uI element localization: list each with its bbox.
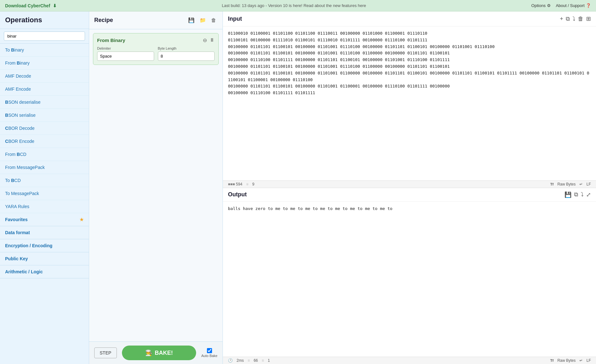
sidebar-section-favourites[interactable]: Favourites ★ xyxy=(0,213,89,226)
output-statusbar-right: Tf Raw Bytes ↵ LF xyxy=(550,358,591,363)
sidebar-item-amf-encode[interactable]: AMF Encode xyxy=(0,83,89,96)
output-expand-icon[interactable]: ⤢ xyxy=(586,191,591,198)
delimiter-input[interactable] xyxy=(97,52,154,61)
sidebar-item-label: To Binary xyxy=(5,47,24,52)
sidebar-item-label: CBOR Decode xyxy=(5,126,35,131)
input-import-icon[interactable]: ⤵ xyxy=(572,16,575,22)
output-replace-icon[interactable]: ⤵ xyxy=(581,191,584,198)
output-line-ending[interactable]: LF xyxy=(586,358,591,363)
save-recipe-button[interactable]: 💾 xyxy=(187,16,196,24)
sidebar-item-to-binary[interactable]: To Binary xyxy=(0,44,89,57)
input-statusbar-right: Tf Raw Bytes ↵ LF xyxy=(550,182,591,186)
topbar-right: Options ⚙ About / Support ❓ xyxy=(531,3,591,8)
sidebar-item-from-bcd[interactable]: From BCD xyxy=(0,148,89,161)
sidebar-item-from-binary[interactable]: From Binary xyxy=(0,57,89,70)
sidebar-item-to-messagepack[interactable]: To MessagePack xyxy=(0,187,89,200)
disable-step-icon[interactable]: ⊖ xyxy=(203,37,207,43)
sidebar-item-yara-rules[interactable]: YARA Rules xyxy=(0,200,89,213)
about-link[interactable]: About / Support ❓ xyxy=(556,3,591,8)
favourites-label: Favourites xyxy=(5,217,28,222)
bake-button[interactable]: 👨‍🍳 BAKE! xyxy=(122,346,196,360)
bake-label: BAKE! xyxy=(155,350,173,356)
sidebar-item-amf-decode[interactable]: AMF Decode xyxy=(0,70,89,83)
sidebar-title: Operations xyxy=(0,11,89,29)
recipe-title: Recipe xyxy=(94,17,113,24)
output-text-format-icon: Tf xyxy=(550,359,553,362)
step-button[interactable]: STEP xyxy=(94,347,117,358)
output-header: Output 💾 ⧉ ⤵ ⤢ xyxy=(223,188,596,202)
options-link[interactable]: Options ⚙ xyxy=(531,3,551,8)
auto-bake-label: Auto Bake xyxy=(201,354,217,358)
sidebar-item-label: To MessagePack xyxy=(5,191,39,196)
sidebar-item-label: AMF Decode xyxy=(5,74,31,79)
input-line-ending-arrow: ↵ xyxy=(579,182,583,186)
output-format[interactable]: Raw Bytes xyxy=(557,358,576,363)
search-input[interactable] xyxy=(4,32,85,41)
topbar-left: Download CyberChef ⬇ xyxy=(5,3,57,8)
sidebar-item-label: BSON deserialise xyxy=(5,100,40,105)
arithmetic-logic-label: Arithmetic / Logic xyxy=(5,269,43,274)
input-statusbar: ■■■ 594 ≡ 9 Tf Raw Bytes ↵ LF xyxy=(223,180,596,188)
sidebar-item-label: From Binary xyxy=(5,60,30,66)
download-cyberchef-link[interactable]: Download CyberChef xyxy=(5,3,50,8)
io-panel: Input + ⧉ ⤵ 🗑 ⊞ 01100010 01100001 011011… xyxy=(223,11,596,364)
output-line-count: 1 xyxy=(268,358,270,363)
recipe-card-header: From Binary ⊖ ⏸ xyxy=(97,37,215,43)
sidebar-section-encryption-encoding[interactable]: Encryption / Encoding xyxy=(0,239,89,252)
sidebar-item-cbor-encode[interactable]: CBOR Encode xyxy=(0,135,89,148)
bake-bar: STEP 👨‍🍳 BAKE! Auto Bake xyxy=(89,341,223,364)
star-icon: ★ xyxy=(80,217,84,222)
output-area[interactable]: balls have zero to me to me to me to me … xyxy=(223,202,596,357)
byte-length-wrapper xyxy=(158,52,215,61)
sidebar-section-arithmetic-logic[interactable]: Arithmetic / Logic xyxy=(0,265,89,278)
sidebar-item-label: YARA Rules xyxy=(5,204,29,209)
sidebar-section-public-key[interactable]: Public Key xyxy=(0,252,89,265)
gear-icon: ⚙ xyxy=(547,3,551,8)
output-copy-icon[interactable]: ⧉ xyxy=(574,191,578,198)
output-toolbar: 💾 ⧉ ⤵ ⤢ xyxy=(564,191,591,198)
output-save-icon[interactable]: 💾 xyxy=(564,191,571,198)
recipe-content: From Binary ⊖ ⏸ Delimiter Byte Length xyxy=(89,29,223,341)
options-label: Options xyxy=(531,3,546,8)
sidebar-item-from-messagepack[interactable]: From MessagePack xyxy=(0,161,89,174)
sidebar-item-label: From MessagePack xyxy=(5,165,45,170)
input-new-window-icon[interactable]: ⧉ xyxy=(566,16,570,22)
output-statusbar: 🕐 2ms ≡ 66 ≡ 1 Tf Raw Bytes ↵ LF xyxy=(223,357,596,364)
sidebar-item-bson-serialise[interactable]: BSON serialise xyxy=(0,109,89,122)
load-recipe-button[interactable]: 📁 xyxy=(198,16,207,24)
auto-bake-checkbox[interactable] xyxy=(207,348,212,353)
sidebar-section-data-format[interactable]: Data format xyxy=(0,226,89,239)
sidebar-item-cbor-decode[interactable]: CBOR Decode xyxy=(0,122,89,135)
sidebar-item-bson-deserialise[interactable]: BSON deserialise xyxy=(0,96,89,109)
output-statusbar-left: 🕐 2ms ≡ 66 ≡ 1 xyxy=(228,358,270,363)
encryption-encoding-label: Encryption / Encoding xyxy=(5,243,53,248)
sidebar-item-to-bcd[interactable]: To BCD xyxy=(0,174,89,187)
help-icon: ❓ xyxy=(586,3,591,8)
output-section: Output 💾 ⧉ ⤵ ⤢ balls have zero to me to … xyxy=(223,188,596,364)
delimiter-field: Delimiter xyxy=(97,46,154,61)
operations-list: To Binary From Binary AMF Decode AMF Enc… xyxy=(0,44,89,364)
input-title: Input xyxy=(228,16,242,22)
input-area[interactable]: 01100010 01100001 01101100 01101100 0111… xyxy=(223,26,596,180)
auto-bake-wrapper: Auto Bake xyxy=(201,348,217,358)
input-section: Input + ⧉ ⤵ 🗑 ⊞ 01100010 01100001 011011… xyxy=(223,11,596,188)
from-binary-card: From Binary ⊖ ⏸ Delimiter Byte Length xyxy=(93,33,219,65)
input-add-icon[interactable]: + xyxy=(560,16,563,22)
byte-length-input[interactable] xyxy=(158,52,215,61)
input-line-count: 9 xyxy=(252,182,254,186)
sidebar-item-label: BSON serialise xyxy=(5,113,36,118)
chef-icon: 👨‍🍳 xyxy=(145,349,152,356)
input-clear-icon[interactable]: 🗑 xyxy=(578,16,584,22)
input-line-ending[interactable]: LF xyxy=(586,182,591,186)
download-icon: ⬇ xyxy=(53,3,57,8)
input-grid-icon[interactable]: ⊞ xyxy=(586,15,591,22)
pause-step-icon[interactable]: ⏸ xyxy=(209,37,215,43)
clear-recipe-button[interactable]: 🗑 xyxy=(210,16,217,24)
output-line-ending-arrow: ↵ xyxy=(579,358,583,363)
input-statusbar-left: ■■■ 594 ≡ 9 xyxy=(228,182,254,186)
output-char-count: 66 xyxy=(254,358,258,363)
input-format[interactable]: Raw Bytes xyxy=(557,182,576,186)
main-layout: Operations To Binary From Binary AMF Dec… xyxy=(0,11,596,364)
topbar: Download CyberChef ⬇ Last build: 13 days… xyxy=(0,0,596,11)
delimiter-label: Delimiter xyxy=(97,46,154,50)
